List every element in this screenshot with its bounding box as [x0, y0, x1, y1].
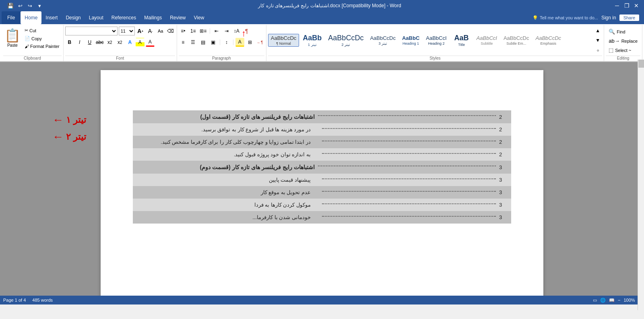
customize-qat-icon[interactable]: ▾	[35, 2, 43, 10]
style-label-heading2: Heading 2	[428, 41, 444, 46]
style-item-titer2[interactable]: AaBbCcDcتیتر 2	[325, 33, 366, 48]
change-case-button[interactable]: Aa	[156, 27, 165, 35]
style-preview-titer3: AaBbCcDc	[370, 35, 396, 41]
font-label: Font	[65, 56, 175, 61]
align-left-button[interactable]: ≡	[179, 38, 188, 47]
zoom-level: 100%	[623, 298, 635, 302]
clipboard-label: Clipboard	[3, 56, 62, 61]
menu-item-file[interactable]: File	[2, 11, 21, 24]
annotation-1: تیتر ۱ ←	[52, 114, 86, 126]
cut-icon: ✂	[25, 28, 28, 33]
save-icon[interactable]: 💾	[6, 2, 14, 10]
style-item-titer1[interactable]: AaBbتیتر 1	[300, 33, 324, 48]
text-highlight-button[interactable]: A	[136, 38, 144, 47]
close-button[interactable]: ✕	[632, 2, 641, 10]
styles-more[interactable]: ⬦	[593, 46, 602, 54]
find-icon: 🔍	[609, 29, 615, 35]
styles-scroll-down[interactable]: ▼	[593, 36, 602, 44]
decrease-indent-button[interactable]: ⇤	[212, 27, 221, 35]
style-item-emphasis[interactable]: AaBbCcDcEmphasis	[533, 34, 564, 47]
toc-text: در مورد هزینه ها قبل از شروع کار به تواف…	[137, 126, 319, 133]
font-color-button[interactable]: A	[146, 38, 155, 47]
zoom-out-button[interactable]: −	[618, 298, 620, 302]
find-button[interactable]: 🔍 Find	[606, 27, 628, 36]
increase-indent-button[interactable]: ⇥	[222, 27, 231, 35]
subscript-button[interactable]: x2	[105, 38, 114, 47]
style-item-heading1[interactable]: AaBbCHeading 1	[399, 34, 422, 47]
style-item-normal[interactable]: AaBbCcDc¶ Normal	[268, 34, 299, 47]
line-spacing-button[interactable]: ↕	[222, 38, 231, 47]
toc-dots	[322, 191, 496, 192]
menu-item-references[interactable]: References	[107, 11, 140, 24]
border-button[interactable]: ⊞	[246, 38, 254, 47]
menu-item-review[interactable]: Review	[166, 11, 190, 24]
share-button[interactable]: Share	[619, 14, 639, 21]
style-preview-subtitle: AaBbCcI	[477, 35, 497, 41]
sign-in-button[interactable]: Sign in	[601, 15, 616, 21]
menu-item-mailings[interactable]: Mailings	[140, 11, 166, 24]
menu-item-insert[interactable]: Insert	[41, 11, 62, 24]
menu-item-design[interactable]: Design	[62, 11, 85, 24]
strikethrough-button[interactable]: abc	[95, 38, 104, 47]
minimize-button[interactable]: ─	[613, 2, 621, 10]
styles-scroll-up[interactable]: ▲	[593, 27, 602, 35]
align-right-button[interactable]: ▤	[199, 38, 208, 47]
text-effects-button[interactable]: A	[126, 38, 134, 47]
clear-format-button[interactable]: ⌫	[166, 27, 175, 35]
menu-item-home[interactable]: Home	[21, 11, 41, 24]
undo-icon[interactable]: ↩	[16, 2, 24, 10]
shrink-font-button[interactable]: A-	[146, 27, 155, 35]
toc-page-num: 2	[499, 126, 507, 133]
style-item-titer3[interactable]: AaBbCcDcتیتر 3	[367, 34, 398, 47]
superscript-button[interactable]: x2	[116, 38, 124, 47]
underline-button[interactable]: U	[85, 38, 94, 47]
italic-button[interactable]: I	[75, 38, 84, 47]
menu-item-view[interactable]: View	[190, 11, 208, 24]
font-content: 11 A+ A- Aa ⌫ B I U abc x2 x2 A A	[65, 26, 175, 55]
cut-label: Cut	[29, 28, 36, 33]
grow-font-button[interactable]: A+	[136, 27, 145, 35]
toc-row: 2در مورد هزینه ها قبل از شروع کار به توا…	[133, 123, 511, 136]
cut-button[interactable]: ✂ Cut	[23, 27, 62, 34]
toc-text: در ابتدا تمامی زوایا و چهارچوب کلی کار ر…	[137, 139, 319, 145]
tell-me-bar[interactable]: Tell me what you want to do...	[540, 15, 598, 20]
paste-button[interactable]: 📋 Paste	[3, 26, 22, 50]
bullets-button[interactable]: ≡•	[179, 27, 188, 35]
toc-dots	[318, 115, 496, 116]
font-name-select[interactable]	[65, 27, 118, 35]
style-item-title[interactable]: AaBTitle	[450, 33, 473, 48]
layout-read-icon[interactable]: 📖	[609, 298, 615, 303]
select-button[interactable]: ⬚ Select ~	[606, 46, 634, 54]
style-item-subtitle[interactable]: AaBbCcISubtitle	[474, 34, 500, 47]
para-row2: ≡ ☰ ▤ ▣ ↕ A ⊞ ←¶	[179, 37, 264, 48]
align-center-button[interactable]: ☰	[189, 38, 198, 47]
copy-button[interactable]: 📄 Copy	[23, 35, 62, 42]
find-label: Find	[617, 29, 625, 34]
numbering-button[interactable]: 1≡	[189, 27, 198, 35]
style-item-heading2[interactable]: AaBbCcIHeading 2	[423, 34, 449, 47]
shading-button[interactable]: A	[235, 38, 244, 47]
rtl-button[interactable]: ←¶	[256, 38, 264, 47]
layout-print-icon[interactable]: ▭	[593, 298, 597, 303]
style-label-title: Title	[458, 43, 465, 47]
ribbon-content: 📋 Paste ✂ Cut 📄 Copy 🖌 Format Pai	[0, 24, 644, 61]
window-title: اشتباهات رایج فریلنسرهای تازه کار.docx […	[47, 3, 613, 8]
layout-web-icon[interactable]: 🌐	[600, 298, 606, 303]
style-item-subtle_em[interactable]: AaBbCcDcSubtle Em...	[501, 34, 532, 47]
format-painter-button[interactable]: 🖌 Format Painter	[23, 43, 62, 50]
replace-button[interactable]: ab→ Replace	[606, 37, 640, 45]
toc-text: پیشنهاد قیمت پایین	[137, 177, 319, 183]
restore-button[interactable]: ❐	[622, 2, 631, 10]
multilevel-button[interactable]: ⊞≡	[199, 27, 208, 35]
editing-content: 🔍 Find ab→ Replace ⬚ Select ~	[606, 26, 640, 55]
font-size-select[interactable]: 11	[119, 27, 135, 35]
sort-button[interactable]: ↕A	[232, 27, 241, 35]
redo-icon[interactable]: ↪	[26, 2, 34, 10]
bold-button[interactable]: B	[65, 38, 74, 47]
menu-item-layout[interactable]: Layout	[85, 11, 107, 24]
toc-row: 2در ابتدا تمامی زوایا و چهارچوب کلی کار …	[133, 136, 511, 148]
toc-page-num: 3	[499, 202, 507, 208]
justify-button[interactable]: ▣	[209, 38, 218, 47]
show-formatting-button[interactable]: ¶	[242, 27, 251, 35]
toc-dots	[322, 203, 496, 204]
